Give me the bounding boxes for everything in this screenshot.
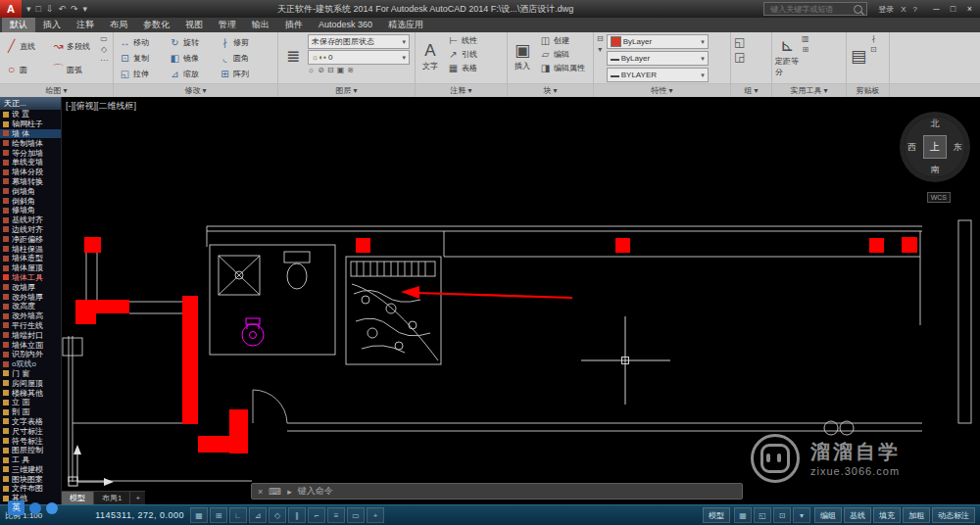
ribbon-tool-button[interactable]: ⊡ 复制 — [117, 52, 167, 65]
red-highlighted-walls[interactable] — [75, 237, 917, 453]
ribbon-tool-button[interactable]: ▱ 编辑 — [537, 48, 587, 61]
layout-tab[interactable]: 模型 — [62, 492, 94, 504]
signin-button[interactable]: 登录 — [878, 4, 894, 15]
ribbon-tool-button[interactable]: ○ 圆 — [3, 62, 50, 77]
ime-settings-icon[interactable] — [46, 502, 58, 514]
search-icon[interactable] — [854, 5, 862, 14]
mini-tool-icon[interactable]: ▭ — [100, 34, 108, 43]
panel-title-clipboard[interactable]: 剪贴板 — [847, 83, 889, 97]
ribbon-tab[interactable]: 视图 — [177, 18, 211, 32]
quick-access-icon[interactable]: ↶ — [59, 4, 67, 14]
ribbon-tool-button[interactable]: ◱ 拉伸 — [117, 68, 167, 80]
drawing-area[interactable]: [-][俯视][二维线框] 北 南 西 东 上 WCS × ⌨ ▸ 键入命令 — [62, 97, 980, 504]
paste-button[interactable]: ▤ — [850, 34, 867, 79]
viewport-controls[interactable]: [-][俯视][二维线框] — [66, 100, 136, 113]
ribbon-tool-button[interactable]: ↔ 移动 — [117, 36, 167, 49]
compass-north[interactable]: 北 — [931, 118, 940, 130]
layer-state-dropdown[interactable]: 未保存的图层状态 ▾ — [308, 34, 410, 49]
status-icon[interactable]: ◱ — [754, 507, 771, 523]
property-dropdown[interactable]: BYLAYER ▾ — [607, 68, 709, 82]
property-dropdown[interactable]: ByLayer ▾ — [607, 51, 709, 66]
ribbon-tool-button[interactable]: ⊞ 阵列 — [217, 68, 267, 80]
ribbon-tab[interactable]: 输出 — [244, 18, 277, 32]
properties-side-icon[interactable]: ⊟ — [597, 34, 604, 43]
quick-access-icon[interactable]: ↷ — [71, 4, 78, 14]
ribbon-tab[interactable]: 布局 — [102, 18, 135, 32]
ribbon-tool-button[interactable]: ◨ 编辑属性 — [537, 62, 587, 74]
ribbon-tool-button[interactable]: ⊢ 线性 — [445, 34, 479, 47]
layer-tool-icon[interactable]: ▣ — [337, 66, 345, 74]
layer-tool-icon[interactable]: ☼ — [308, 66, 315, 74]
drafting-toggle[interactable]: ◇ — [269, 507, 286, 523]
ribbon-tool-button[interactable]: ◫ 创建 — [537, 34, 587, 47]
layer-properties-button[interactable]: ≣ — [281, 34, 305, 79]
panel-title-layers[interactable]: 图层 ▾ — [278, 83, 415, 97]
ribbon-tool-button[interactable]: ▦ 表格 — [445, 62, 479, 74]
tarch-toggle[interactable]: 动态标注 — [932, 507, 975, 523]
sidebar-item[interactable]: 楼梯其他 — [0, 388, 61, 398]
ribbon-tab[interactable]: Autodesk 360 — [311, 18, 380, 32]
quick-access-icon[interactable]: ▾ — [83, 4, 88, 14]
help-icon[interactable]: ? — [913, 5, 917, 14]
panel-title-block[interactable]: 块 ▾ — [508, 83, 593, 97]
compass-south[interactable]: 南 — [931, 164, 940, 176]
drafting-toggle[interactable]: ▦ — [190, 507, 208, 523]
compass-east[interactable]: 东 — [954, 141, 962, 154]
quick-access-icon[interactable]: ⇩ — [46, 4, 54, 14]
drafting-toggle[interactable]: ⌐ — [308, 507, 325, 523]
keyboard-icon[interactable]: ⌨ — [269, 487, 281, 497]
ribbon-tool-button[interactable]: ↝ 多段线 — [50, 38, 97, 54]
measure-button[interactable]: ⊾ 定距等分 — [775, 34, 799, 79]
panel-title-utilities[interactable]: 实用工具 ▾ — [772, 83, 846, 97]
layer-tool-icon[interactable]: ≋ — [347, 66, 354, 74]
ribbon-tool-button[interactable]: ╱ 直线 — [3, 38, 50, 54]
sidebar-item[interactable]: 轴网柱子 — [0, 119, 61, 129]
panel-title-properties[interactable]: 特性 ▾ — [594, 83, 730, 97]
clipboard-tool-icon[interactable]: ∤ — [871, 34, 875, 43]
sidebar-item[interactable]: 立 面 — [0, 398, 61, 407]
drafting-toggle[interactable]: ≡ — [327, 507, 345, 523]
command-close-icon[interactable]: × — [258, 487, 263, 497]
ribbon-tab[interactable]: 注释 — [69, 18, 102, 32]
ime-language-button[interactable]: 英 — [8, 501, 24, 515]
utility-tool-icon[interactable]: ▥ — [802, 34, 809, 43]
ribbon-tool-button[interactable]: ↻ 旋转 — [167, 36, 217, 49]
sidebar-item[interactable]: 图层控制 — [0, 446, 61, 455]
sidebar-item[interactable]: 文件布图 — [0, 484, 61, 494]
close-button[interactable]: × — [961, 2, 978, 16]
status-icon[interactable]: ▦ — [734, 507, 752, 523]
mini-tool-icon[interactable]: ◇ — [101, 45, 107, 54]
ribbon-tab[interactable]: 默认 — [2, 18, 35, 32]
drafting-toggle[interactable]: ⊞ — [210, 507, 227, 523]
tarch-toggle[interactable]: 基线 — [844, 507, 871, 523]
command-line[interactable]: × ⌨ ▸ 键入命令 — [251, 483, 743, 500]
panel-title-annotation[interactable]: 注释 ▾ — [416, 83, 507, 97]
drafting-toggle[interactable]: ⊿ — [249, 507, 267, 523]
command-arrow-icon[interactable]: ▸ — [287, 487, 292, 497]
text-button[interactable]: A 文字 — [418, 34, 442, 79]
compass-west[interactable]: 西 — [907, 141, 916, 154]
drafting-toggle[interactable]: ∥ — [288, 507, 306, 523]
status-icon[interactable]: ▾ — [793, 507, 810, 523]
layer-tool-icon[interactable]: ⊟ — [327, 66, 334, 74]
ribbon-tab[interactable]: 参数化 — [135, 18, 177, 32]
clipboard-tool-icon[interactable]: ⊡ — [870, 45, 877, 54]
compass-top-button[interactable]: 上 — [923, 135, 947, 159]
drafting-toggle[interactable]: ∟ — [229, 507, 247, 523]
quick-access-icon[interactable]: ▾ — [26, 4, 31, 14]
tarch-toggle[interactable]: 填充 — [873, 507, 901, 523]
sidebar-item[interactable]: o双线o — [0, 359, 61, 369]
tarch-sidebar-title[interactable]: 天正... — [0, 97, 61, 110]
model-space-button[interactable]: 模型 — [703, 507, 730, 523]
ime-icon[interactable] — [29, 502, 41, 514]
layer-dropdown[interactable]: ☼◐▪ 0 ▾ — [308, 50, 410, 65]
ribbon-tool-button[interactable]: ◟ 圆角 — [217, 52, 267, 65]
ribbon-tool-button[interactable]: ∤ 修剪 — [217, 36, 267, 49]
search-input[interactable] — [768, 4, 851, 15]
layout-tab[interactable]: 布局1 — [94, 492, 130, 504]
app-logo-button[interactable]: A — [0, 0, 22, 18]
drafting-toggle[interactable]: + — [367, 507, 384, 523]
panel-title-modify[interactable]: 修改 ▾ — [114, 83, 277, 97]
maximize-button[interactable]: □ — [945, 2, 961, 16]
group-tool-icon[interactable]: ◱ — [734, 38, 745, 47]
